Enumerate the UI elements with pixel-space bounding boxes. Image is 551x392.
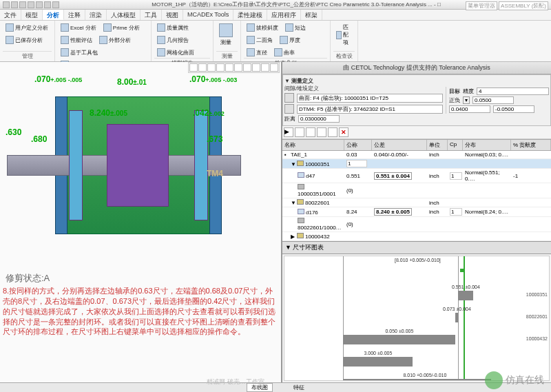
tab-tools[interactable]: 工具 [141, 10, 162, 20]
tab-manikin[interactable]: 人体模型 [107, 10, 141, 20]
wechat-icon [485, 371, 503, 389]
zoom-out-icon[interactable] [207, 63, 216, 72]
qat-undo-icon[interactable] [28, 1, 34, 8]
external-analysis-button[interactable]: 外部分析 [96, 34, 134, 45]
tab-mcadex[interactable]: MCADEx Tools [183, 10, 233, 20]
mesh-surf-button[interactable]: 网格化曲面 [154, 47, 197, 58]
dihedral-button[interactable]: 二面角 [244, 34, 276, 45]
precision-label: 精度 [463, 87, 474, 95]
nominal-input[interactable] [346, 160, 367, 167]
tab-view[interactable]: 视图 [162, 10, 183, 20]
mass-icon [157, 23, 165, 32]
surface1-field[interactable]: 曲面: F4 (输出块): 10000351 ID=T25 [297, 94, 443, 103]
target-neg-field[interactable]: -0.0500 [493, 105, 534, 113]
add-dim-icon[interactable] [295, 127, 304, 137]
pick-datum-icon[interactable] [284, 104, 294, 114]
performance-button[interactable]: 性能评估 [58, 34, 95, 45]
delete-icon[interactable]: ✕ [339, 127, 349, 137]
diameter-button[interactable]: 直径 [244, 47, 270, 58]
status-tab-feature[interactable]: 特征 [293, 384, 304, 391]
repaint-icon[interactable] [216, 63, 225, 72]
curvature-button[interactable]: 曲率 [271, 47, 298, 58]
group-label: 测量 [216, 51, 238, 60]
qat-new-icon[interactable] [3, 1, 10, 8]
ribbon-group-check-geom: 拔模斜度 短边 二面角 厚度 直径 曲率 检查几何 [241, 21, 331, 61]
label: 拔模斜度 [256, 24, 278, 32]
part-icon [297, 199, 304, 205]
flip-icon[interactable] [306, 127, 315, 137]
col-nominal: 公称 [344, 140, 372, 150]
draft-button[interactable]: 拔模斜度 [244, 22, 281, 33]
saved-icon [6, 36, 14, 44]
geom-report-button[interactable]: 几何报告 [154, 34, 191, 45]
datum-axis-icon[interactable] [243, 63, 251, 72]
zoom-in-icon[interactable] [198, 63, 207, 72]
shading-icon[interactable] [225, 63, 233, 72]
dimension-grid[interactable]: ▪TAE_1 0.03 0.040/-0.050/- inch Normal(0… [282, 151, 551, 241]
annotation-icon[interactable] [270, 63, 278, 72]
refit-icon[interactable] [189, 63, 198, 72]
move-up-icon[interactable] [317, 127, 326, 137]
precision-field[interactable]: 4 [477, 87, 549, 95]
csys-icon[interactable] [261, 63, 269, 72]
distance-field[interactable]: 0.0300000 [298, 115, 340, 123]
ring-chart[interactable]: [8.010 +0.005/-0.010] 0.551 ±0.004100003… [284, 256, 550, 381]
dim-d8: .673 [207, 134, 222, 144]
match-button[interactable]: 匹配项 [333, 22, 355, 48]
label: 基于工具包 [70, 49, 98, 56]
table-row: 10000351/0001 (0) [282, 183, 551, 198]
move-down-icon[interactable] [328, 127, 337, 137]
ring-bar [343, 379, 491, 381]
cad-viewport[interactable]: .070+.005 -.005 8.00±.01 .070+.005 -.003… [0, 62, 282, 382]
surface2-field[interactable]: DTM4: F5 (基准平面): 37462302 ID=S1 [297, 105, 443, 114]
tab-render[interactable]: 渲染 [85, 10, 107, 20]
cp-input[interactable] [450, 208, 462, 216]
ta-toolbar: ▶ ✕ [282, 126, 551, 139]
ring-bar-id: 80022601 [526, 314, 548, 319]
dim-d5-tol: ±.002 [209, 110, 224, 117]
tab-file[interactable]: 文件 [0, 10, 21, 20]
tab-frame[interactable]: 框架 [301, 10, 322, 20]
target-field[interactable]: 0.0400 [449, 105, 490, 113]
qat-save-icon[interactable] [19, 1, 26, 8]
cell-unit: inch [427, 200, 448, 206]
thickness-button[interactable]: 厚度 [277, 34, 303, 45]
pos-neg-label: 正负 [449, 96, 460, 104]
qat-regen-icon[interactable] [44, 1, 51, 8]
label: 已保存分析 [15, 37, 43, 44]
assembly-pill[interactable]: ASSEMBLY (装配) [499, 1, 548, 10]
arrow-icon[interactable]: ▶ [284, 127, 293, 137]
perf-icon [61, 36, 69, 44]
qat-open-icon[interactable] [11, 1, 18, 8]
tab-analysis[interactable]: 分析 [43, 10, 64, 20]
cell-nom: 8.24 [344, 209, 372, 215]
dim-d7: .680 [31, 134, 47, 144]
qat-redo-icon[interactable] [36, 1, 43, 8]
pick-surface-icon[interactable] [284, 93, 294, 103]
excel-analysis-button[interactable]: Excel 分析 [58, 22, 99, 33]
target-pos-field[interactable]: 0.0500 [472, 96, 514, 104]
tab-annotate[interactable]: 注释 [64, 10, 85, 20]
measure-button[interactable]: 测量 [216, 22, 236, 48]
ribbon-group-model-report: 质量属性 几何报告 网格化曲面 模型报告 [152, 21, 214, 61]
dropdown-icon[interactable]: ▾ [463, 96, 470, 104]
tab-model[interactable]: 模型 [21, 10, 43, 20]
datum-point-icon[interactable] [252, 63, 260, 72]
joint-icon [298, 218, 304, 223]
ring-chart-title[interactable]: ▼ 尺寸环图表 [282, 241, 551, 254]
dim-d1: .070 [34, 74, 50, 84]
datum-plane-icon[interactable] [234, 63, 242, 72]
tab-flexible[interactable]: 柔性建模 [233, 10, 267, 20]
mass-props-button[interactable]: 质量属性 [154, 22, 191, 33]
cp-input[interactable] [450, 172, 462, 180]
menu-manager-pill[interactable]: 菜单管理器 [466, 1, 497, 10]
qat-close-icon[interactable] [52, 1, 59, 8]
ta-title: 由 CETOL Technology 提供支持的 Tolerance Analy… [282, 62, 551, 74]
user-defined-analysis-button[interactable]: 用户定义分析 [3, 22, 51, 33]
prime-analysis-button[interactable]: Prime 分析 [101, 22, 143, 33]
tab-apps[interactable]: 应用程序 [267, 10, 301, 20]
short-edge-button[interactable]: 短边 [282, 22, 309, 33]
mesh-icon [157, 48, 165, 56]
saved-analysis-button[interactable]: 已保存分析 [3, 34, 45, 45]
toolkit-button[interactable]: 基于工具包 [58, 47, 101, 58]
